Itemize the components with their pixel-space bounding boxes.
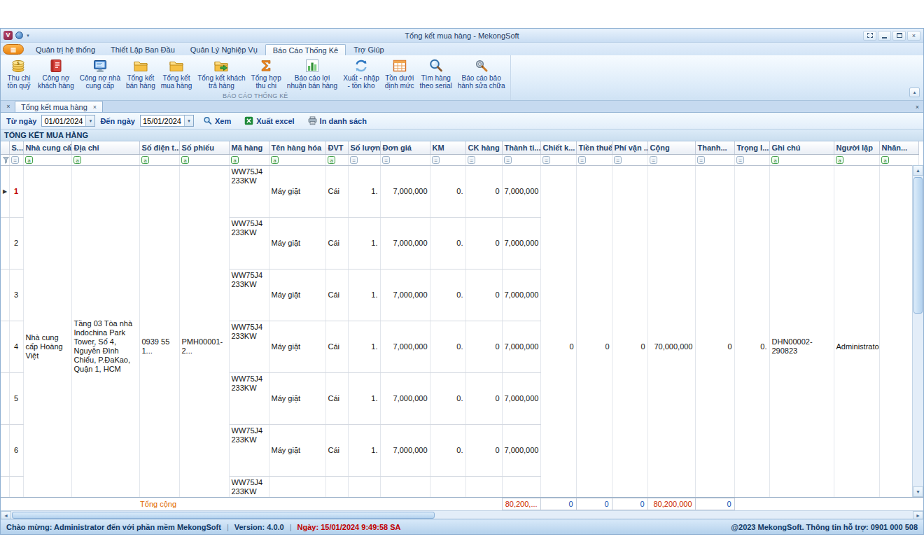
cell-trongluong[interactable]: 0. (734, 165, 769, 497)
ribbon-tab-4[interactable]: Báo Cáo Thống Kê (265, 44, 346, 56)
filter-cell-dvt[interactable]: a (326, 154, 348, 165)
cell-km[interactable]: 0. (430, 217, 465, 269)
col-header-tienthue[interactable]: Tiền thuế (576, 141, 612, 154)
cell-ten[interactable]: Máy giặt (269, 269, 326, 321)
cell-ten[interactable] (269, 476, 326, 497)
cell-soluong[interactable] (348, 476, 380, 497)
cell-ck[interactable]: 0 (465, 165, 502, 217)
col-header-chietkhau[interactable]: Chiết k... (540, 141, 576, 154)
cell-dongia[interactable]: 7,000,000 (380, 372, 430, 424)
col-header-ind[interactable] (1, 141, 9, 154)
cell-thanhtien[interactable]: 7,000,000 (502, 372, 540, 424)
col-header-sdt[interactable]: Số điện t... (139, 141, 179, 154)
cell-stt[interactable]: 4 (9, 321, 23, 372)
document-tab-active[interactable]: Tổng kết mua hàng × (15, 101, 103, 112)
col-header-soluong[interactable]: Số lượng (348, 141, 380, 154)
cell-soluong[interactable]: 1. (348, 217, 380, 269)
tong-hop-thu-chi-button[interactable]: Tổng hợpthu chi (248, 56, 284, 91)
ribbon-collapse-button[interactable]: ▴ (909, 88, 920, 97)
cell-mahang[interactable]: WW75J4233KW (229, 165, 269, 217)
cell-dongia[interactable] (380, 476, 430, 497)
cell-ck[interactable]: 0 (465, 424, 502, 476)
cell-diachi[interactable]: Tầng 03 Tòa nhà Indochina Park Tower, Số… (71, 165, 139, 497)
cell-km[interactable]: 0. (430, 424, 465, 476)
col-header-diachi[interactable]: Địa chỉ (71, 141, 139, 154)
tab-close-icon[interactable]: × (93, 104, 97, 111)
cell-dongia[interactable]: 7,000,000 (380, 165, 430, 217)
filter-cell-sophieu[interactable]: a (179, 154, 229, 165)
cell-thanhtien[interactable] (502, 476, 540, 497)
cell-km[interactable]: 0. (430, 321, 465, 372)
filter-cell-trongluong[interactable]: = (734, 154, 769, 165)
filter-cell-sdt[interactable]: a (139, 154, 179, 165)
filter-cell-ghichu[interactable]: a (769, 154, 834, 165)
tim-hang-serial-button[interactable]: Tìm hàngtheo serial (417, 56, 455, 91)
horizontal-scroll-thumb[interactable] (12, 512, 435, 519)
cell-stt[interactable]: 1 (9, 165, 23, 217)
col-header-ghichu[interactable]: Ghi chú (769, 141, 834, 154)
cell-mahang[interactable]: WW75J4233KW (229, 476, 269, 497)
quick-access-icon[interactable] (15, 31, 23, 39)
cell-thanhtien[interactable]: 7,000,000 (502, 321, 540, 372)
scroll-up-icon[interactable]: ▲ (913, 165, 923, 176)
cell-thanhtien[interactable]: 7,000,000 (502, 165, 540, 217)
cell-sdt[interactable]: 0939 55 1... (139, 165, 179, 497)
filter-cell-cong[interactable]: = (648, 154, 695, 165)
xuat-nhap-ton-kho-button[interactable]: Xuất - nhập- tồn kho (340, 56, 382, 91)
vertical-scrollbar[interactable]: ▲ ▼ (912, 165, 923, 497)
cell-stt[interactable]: 6 (9, 424, 23, 476)
cell-tienthue[interactable]: 0 (576, 165, 612, 497)
col-header-cong[interactable]: Cộng (648, 141, 695, 154)
cell-phivan[interactable]: 0 (612, 165, 648, 497)
cell-ck[interactable] (465, 476, 502, 497)
scroll-down-icon[interactable]: ▼ (913, 486, 923, 497)
print-list-button[interactable]: In danh sách (304, 115, 371, 126)
cell-dongia[interactable]: 7,000,000 (380, 269, 430, 321)
col-header-thanhtien[interactable]: Thành ti... (502, 141, 540, 154)
scroll-left-icon[interactable]: ◄ (1, 511, 11, 519)
cell-mahang[interactable]: WW75J4233KW (229, 269, 269, 321)
col-header-ncc[interactable]: Nhà cung cấp (23, 141, 71, 154)
ribbon-tab-2[interactable]: Thiết Lập Ban Đầu (103, 43, 183, 55)
cell-ten[interactable]: Máy giặt (269, 217, 326, 269)
cell-ten[interactable]: Máy giặt (269, 424, 326, 476)
cell-nguoilap[interactable]: Administrator (834, 165, 879, 497)
cell-ck[interactable]: 0 (465, 321, 502, 372)
col-header-mahang[interactable]: Mã hàng (229, 141, 269, 154)
close-button[interactable]: × (907, 31, 920, 41)
from-date-dropdown[interactable]: ▼ (85, 115, 94, 126)
col-header-nguoilap[interactable]: Người lập (834, 141, 879, 154)
cell-dvt[interactable]: Cái (326, 217, 348, 269)
filter-cell-phivan[interactable]: = (612, 154, 648, 165)
cell-dvt[interactable]: Cái (326, 372, 348, 424)
filter-cell-thanhtien[interactable]: = (502, 154, 540, 165)
cell-ncc[interactable]: Nhà cung cấp Hoàng Việt (23, 165, 71, 497)
cell-ck[interactable]: 0 (465, 217, 502, 269)
quick-access-dropdown-icon[interactable]: ▼ (26, 34, 30, 38)
col-header-trongluong[interactable]: Trọng l... (734, 141, 769, 154)
bao-cao-loi-nhuan-button[interactable]: Báo cáo lợinhuận bán hàng (284, 56, 340, 91)
filter-cell-diachi[interactable]: a (71, 154, 139, 165)
cell-thanhtoan[interactable]: 0 (695, 165, 734, 497)
cell-dongia[interactable]: 7,000,000 (380, 424, 430, 476)
filter-cell-ten[interactable]: a (269, 154, 326, 165)
bao-cao-bao-hanh-button[interactable]: Báo cáo bảohành sửa chữa (455, 56, 508, 91)
col-header-km[interactable]: KM (430, 141, 465, 154)
filter-cell-nguoilap[interactable]: a (834, 154, 879, 165)
col-header-stt[interactable]: S... (9, 141, 23, 154)
cell-stt[interactable]: 2 (9, 217, 23, 269)
close-all-tabs-icon[interactable]: × (4, 102, 13, 111)
col-header-dongia[interactable]: Đơn giá (380, 141, 430, 154)
cell-soluong[interactable]: 1. (348, 372, 380, 424)
col-header-dvt[interactable]: ĐVT (326, 141, 348, 154)
from-date-input[interactable] (42, 115, 85, 126)
filter-cell-stt[interactable]: = (9, 154, 23, 165)
cell-mahang[interactable]: WW75J4233KW (229, 372, 269, 424)
cell-dvt[interactable]: Cái (326, 424, 348, 476)
filter-cell-nhan[interactable]: a (879, 154, 918, 165)
cell-mahang[interactable]: WW75J4233KW (229, 321, 269, 372)
cell-dongia[interactable]: 7,000,000 (380, 321, 430, 372)
ribbon-tab-3[interactable]: Quản Lý Nghiệp Vụ (183, 43, 265, 55)
vertical-scroll-thumb[interactable] (913, 177, 923, 314)
cell-mahang[interactable]: WW75J4233KW (229, 424, 269, 476)
